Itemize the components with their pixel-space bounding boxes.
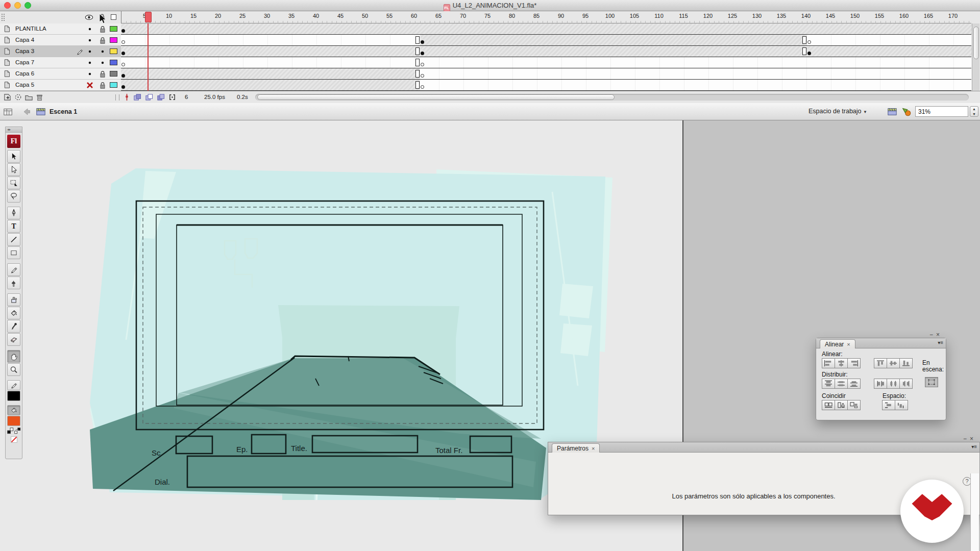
- align-top-button[interactable]: [874, 358, 887, 368]
- layer-name[interactable]: Capa 7: [15, 59, 34, 65]
- layer-outline-color-swatch[interactable]: [110, 37, 117, 43]
- span-end-marker[interactable]: [802, 36, 806, 44]
- edit-scene-button[interactable]: [887, 107, 897, 117]
- dist-center-h-button[interactable]: [887, 379, 900, 389]
- layer-outline-color-swatch[interactable]: [110, 60, 117, 65]
- timeline-ruler[interactable]: 5101520253035404550556065707580859095100…: [121, 11, 971, 23]
- zoom-level-input[interactable]: 31%: [915, 106, 968, 117]
- panel-close-icon[interactable]: ×: [970, 435, 976, 442]
- align-panel-tab[interactable]: Alinear×: [820, 339, 855, 348]
- layer-unlocked-dot[interactable]: [99, 59, 107, 67]
- stroke-color-icon[interactable]: [7, 380, 20, 390]
- keyframe-span[interactable]: [121, 46, 420, 57]
- onion-skin-outlines-button[interactable]: [144, 93, 153, 102]
- empty-keyframe-dot[interactable]: [421, 74, 424, 78]
- span-end-marker[interactable]: [415, 81, 420, 89]
- keyframe-span[interactable]: [121, 80, 420, 90]
- insert-layer-button[interactable]: [3, 93, 12, 102]
- align-left-button[interactable]: [822, 358, 835, 368]
- tab-close-icon[interactable]: ×: [847, 341, 850, 347]
- align-center-h-button[interactable]: [835, 358, 848, 368]
- add-motion-guide-button[interactable]: [14, 93, 22, 102]
- layer-lock-icon[interactable]: [99, 70, 107, 78]
- panel-grip[interactable]: [1, 13, 5, 21]
- panel-menu-icon[interactable]: ▾≡: [971, 444, 977, 449]
- layer-row-plantilla[interactable]: PLANTILLA: [0, 23, 121, 35]
- layer-outline-color-swatch[interactable]: [110, 82, 117, 88]
- lasso-tool-button[interactable]: [7, 190, 20, 203]
- paint-bucket-tool-button[interactable]: [7, 307, 20, 319]
- parameters-panel-tab[interactable]: Parámetros×: [552, 443, 600, 453]
- layer-visible-dot[interactable]: [86, 70, 94, 78]
- edit-multiple-frames-button[interactable]: [156, 93, 165, 102]
- keyframe-span[interactable]: [807, 46, 973, 57]
- rectangle-tool-button[interactable]: [7, 246, 20, 259]
- default-colors-button[interactable]: [7, 427, 14, 434]
- layer-row-capa-7[interactable]: Capa 7: [0, 57, 121, 68]
- span-end-marker[interactable]: [415, 36, 420, 44]
- keyframe-dot[interactable]: [421, 52, 424, 55]
- layer-unlocked-dot[interactable]: [99, 47, 107, 56]
- scrollbar-thumb[interactable]: [973, 27, 979, 59]
- insert-layer-folder-button[interactable]: [24, 93, 33, 102]
- window-title-bar[interactable]: FLU4_L2_ANIMACION_V1.fla*: [0, 0, 980, 11]
- ink-bottle-tool-button[interactable]: [7, 293, 20, 306]
- layer-frames-capa-4[interactable]: [121, 35, 971, 46]
- tab-close-icon[interactable]: ×: [592, 445, 595, 452]
- empty-span[interactable]: [420, 68, 974, 79]
- outline-all-layers-icon[interactable]: [110, 13, 117, 21]
- layer-frames-plantilla[interactable]: [121, 23, 971, 35]
- panel-menu-icon[interactable]: ▾≡: [938, 340, 943, 345]
- pencil-tool-button[interactable]: [7, 263, 20, 276]
- back-button[interactable]: [21, 107, 32, 117]
- edit-symbols-button[interactable]: [901, 107, 912, 117]
- empty-span[interactable]: [420, 57, 974, 68]
- pen-tool-button[interactable]: [7, 207, 20, 219]
- span-end-marker[interactable]: [415, 47, 420, 55]
- stroke-color-swatch[interactable]: [7, 391, 20, 401]
- dist-bottom-button[interactable]: [847, 379, 861, 389]
- dist-right-button[interactable]: [899, 379, 913, 389]
- layer-row-capa-6[interactable]: Capa 6: [0, 68, 121, 80]
- match-width-button[interactable]: [822, 400, 835, 410]
- layer-visible-dot[interactable]: [86, 36, 94, 44]
- zoom-stepper[interactable]: ▲ ▼: [970, 106, 978, 117]
- zoom-tool-button[interactable]: [7, 363, 20, 376]
- match-height-button[interactable]: [835, 400, 848, 410]
- empty-keyframe-dot[interactable]: [421, 85, 424, 89]
- dist-left-button[interactable]: [874, 379, 887, 389]
- layer-lock-icon[interactable]: [99, 81, 107, 89]
- no-color-button[interactable]: [10, 436, 18, 443]
- edit-bar-left-icon[interactable]: [3, 107, 13, 117]
- fill-color-icon[interactable]: [7, 405, 20, 415]
- layer-outline-color-swatch[interactable]: [110, 48, 117, 54]
- layer-visible-dot[interactable]: [86, 25, 94, 33]
- scene-name[interactable]: Escena 1: [50, 108, 77, 115]
- eraser-tool-button[interactable]: [7, 333, 20, 346]
- layer-name[interactable]: Capa 3: [15, 48, 34, 54]
- layer-hidden-x-icon[interactable]: [86, 81, 94, 89]
- scrollbar-thumb[interactable]: [257, 94, 615, 100]
- layer-frames-capa-7[interactable]: [121, 57, 971, 68]
- free-transform-tool-button[interactable]: [7, 177, 20, 189]
- right-scroll-strip[interactable]: [970, 473, 979, 551]
- layer-frames-capa-5[interactable]: [121, 80, 971, 91]
- layer-row-capa-4[interactable]: Capa 4: [0, 35, 121, 46]
- subselection-tool-button[interactable]: [7, 163, 20, 176]
- to-stage-button[interactable]: [925, 377, 938, 387]
- selection-tool-button[interactable]: [7, 150, 20, 163]
- playhead-handle[interactable]: [145, 12, 152, 22]
- space-v-button[interactable]: [882, 400, 895, 410]
- align-middle-v-button[interactable]: [887, 358, 900, 368]
- layer-name[interactable]: Capa 6: [15, 70, 34, 77]
- frames-grid[interactable]: [121, 23, 971, 91]
- layer-frames-capa-6[interactable]: [121, 68, 971, 80]
- layer-lock-icon[interactable]: [99, 36, 107, 44]
- timeline-vertical-scrollbar[interactable]: [972, 23, 979, 91]
- delete-layer-button[interactable]: [35, 93, 44, 102]
- keyframe-span[interactable]: [420, 46, 807, 57]
- keyframe-span[interactable]: [121, 23, 973, 34]
- layer-row-capa-3[interactable]: Capa 3: [0, 46, 121, 57]
- empty-span[interactable]: [121, 35, 420, 45]
- panel-minimize-icon[interactable]: −: [929, 331, 936, 338]
